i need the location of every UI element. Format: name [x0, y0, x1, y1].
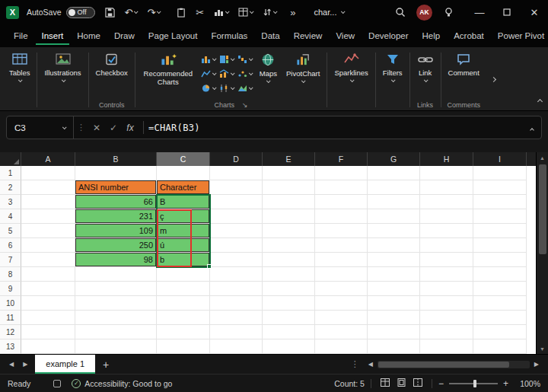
charts-dialog-launcher-icon[interactable]: ↘ — [242, 101, 248, 109]
cell-I2[interactable] — [473, 180, 527, 195]
cell-A4[interactable] — [21, 209, 75, 224]
excel-logo-icon[interactable]: X — [6, 6, 19, 19]
zoom-slider[interactable] — [449, 383, 498, 384]
cell-F9[interactable] — [315, 282, 368, 296]
stock-chart-icon[interactable] — [218, 81, 236, 95]
chart-quick-icon[interactable] — [214, 8, 228, 17]
row-header-11[interactable]: 11 — [0, 311, 21, 325]
cell-H13[interactable] — [420, 339, 473, 354]
cell-C10[interactable] — [157, 296, 210, 311]
cell-B5[interactable]: 109 — [75, 224, 157, 238]
scroll-down-icon[interactable]: ▼ — [540, 343, 545, 354]
cell-C5[interactable]: m — [157, 224, 210, 238]
menu-tab-developer[interactable]: Developer — [362, 27, 414, 45]
cell-E13[interactable] — [263, 339, 315, 354]
column-header-C[interactable]: C — [157, 152, 210, 166]
cell-C8[interactable] — [157, 267, 210, 282]
cell-D9[interactable] — [210, 282, 263, 296]
menu-tab-review[interactable]: Review — [288, 27, 329, 45]
waterfall-chart-icon[interactable] — [236, 52, 254, 66]
cell-I7[interactable] — [473, 253, 527, 267]
cell-B2[interactable]: ANSI number — [75, 180, 157, 195]
cell-F5[interactable] — [315, 224, 368, 238]
cell-A12[interactable] — [21, 325, 75, 339]
cell-H10[interactable] — [420, 296, 473, 311]
cell-C9[interactable] — [157, 282, 210, 296]
cell-A2[interactable] — [21, 180, 75, 195]
sheet-tab-example-1[interactable]: example 1 — [35, 355, 95, 374]
cell-C4[interactable]: ç — [157, 209, 210, 224]
cell-E3[interactable] — [263, 195, 315, 209]
cell-A1[interactable] — [21, 166, 75, 180]
cell-C1[interactable] — [157, 166, 210, 180]
cell-A7[interactable] — [21, 253, 75, 267]
cell-B6[interactable]: 250 — [75, 238, 157, 253]
zoom-level[interactable]: 100% — [515, 379, 540, 388]
surface-chart-icon[interactable] — [236, 81, 254, 95]
cell-E4[interactable] — [263, 209, 315, 224]
cell-A10[interactable] — [21, 296, 75, 311]
fill-handle[interactable] — [207, 264, 212, 269]
row-header-7[interactable]: 7 — [0, 253, 21, 267]
cell-F4[interactable] — [315, 209, 368, 224]
cell-I3[interactable] — [473, 195, 527, 209]
cell-E6[interactable] — [263, 238, 315, 253]
cell-B11[interactable] — [75, 311, 157, 325]
menu-tab-data[interactable]: Data — [255, 27, 285, 45]
zoom-slider-knob[interactable] — [473, 380, 476, 387]
cell-D5[interactable] — [210, 224, 263, 238]
cell-F8[interactable] — [315, 267, 368, 282]
cell-I11[interactable] — [473, 311, 527, 325]
cell-F10[interactable] — [315, 296, 368, 311]
cell-G13[interactable] — [368, 339, 420, 354]
menu-tab-home[interactable]: Home — [71, 27, 107, 45]
scatter-chart-icon[interactable] — [236, 66, 254, 81]
cell-G1[interactable] — [368, 166, 420, 180]
column-header-A[interactable]: A — [21, 152, 75, 166]
lightbulb-icon[interactable] — [437, 7, 460, 18]
cell-G10[interactable] — [368, 296, 420, 311]
column-header-G[interactable]: G — [368, 152, 420, 166]
cell-H5[interactable] — [420, 224, 473, 238]
row-header-5[interactable]: 5 — [0, 224, 21, 238]
menu-tab-file[interactable]: File — [8, 27, 34, 45]
cell-F11[interactable] — [315, 311, 368, 325]
cell-H4[interactable] — [420, 209, 473, 224]
cell-D6[interactable] — [210, 238, 263, 253]
link-button[interactable]: Link — [413, 49, 438, 99]
cell-D1[interactable] — [210, 166, 263, 180]
cell-D11[interactable] — [210, 311, 263, 325]
cell-F2[interactable] — [315, 180, 368, 195]
filters-button[interactable]: Filters — [379, 49, 406, 99]
ribbon-collapse-icon[interactable] — [538, 93, 542, 107]
cell-G12[interactable] — [368, 325, 420, 339]
cell-A13[interactable] — [21, 339, 75, 354]
cell-I13[interactable] — [473, 339, 527, 354]
cell-A9[interactable] — [21, 282, 75, 296]
cell-F13[interactable] — [315, 339, 368, 354]
vertical-scrollbar-thumb[interactable] — [539, 164, 546, 254]
vertical-scrollbar[interactable]: ▲ ▼ — [536, 152, 548, 354]
column-header-I[interactable]: I — [473, 152, 527, 166]
cell-B7[interactable]: 98 — [75, 253, 157, 267]
column-header-E[interactable]: E — [263, 152, 315, 166]
cell-B8[interactable] — [75, 267, 157, 282]
cell-H3[interactable] — [420, 195, 473, 209]
cell-D4[interactable] — [210, 209, 263, 224]
column-chart-icon[interactable] — [199, 52, 218, 66]
cell-E8[interactable] — [263, 267, 315, 282]
account-avatar[interactable]: AK — [416, 5, 432, 21]
maps-button[interactable]: Maps — [256, 49, 281, 99]
cell-G2[interactable] — [368, 180, 420, 195]
close-button[interactable]: ✕ — [521, 0, 548, 24]
menu-tab-insert[interactable]: Insert — [36, 27, 70, 45]
cell-F12[interactable] — [315, 325, 368, 339]
cell-H7[interactable] — [420, 253, 473, 267]
cell-E12[interactable] — [263, 325, 315, 339]
cell-C6[interactable]: ú — [157, 238, 210, 253]
cell-D3[interactable] — [210, 195, 263, 209]
menu-tab-power-pivot[interactable]: Power Pivot — [492, 27, 548, 45]
cell-G5[interactable] — [368, 224, 420, 238]
row-header-8[interactable]: 8 — [0, 267, 21, 282]
cut-icon[interactable]: ✂ — [196, 8, 204, 18]
